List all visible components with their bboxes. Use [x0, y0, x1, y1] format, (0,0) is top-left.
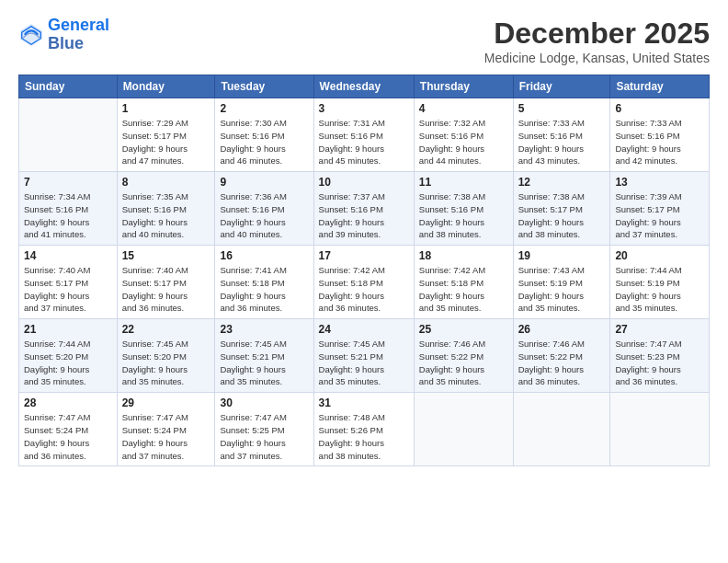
calendar-cell: 20Sunrise: 7:44 AM Sunset: 5:19 PM Dayli… [610, 246, 710, 319]
calendar-cell: 13Sunrise: 7:39 AM Sunset: 5:17 PM Dayli… [610, 172, 710, 246]
day-detail: Sunrise: 7:45 AM Sunset: 5:20 PM Dayligh… [122, 338, 210, 388]
col-tuesday: Tuesday [215, 75, 313, 98]
week-row-1: 1Sunrise: 7:29 AM Sunset: 5:17 PM Daylig… [19, 98, 710, 172]
calendar-cell: 2Sunrise: 7:30 AM Sunset: 5:16 PM Daylig… [215, 98, 313, 172]
day-number: 28 [24, 396, 112, 409]
title-area: December 2025 Medicine Lodge, Kansas, Un… [484, 17, 710, 65]
week-row-2: 7Sunrise: 7:34 AM Sunset: 5:16 PM Daylig… [19, 172, 710, 246]
day-detail: Sunrise: 7:46 AM Sunset: 5:22 PM Dayligh… [518, 338, 606, 388]
day-detail: Sunrise: 7:31 AM Sunset: 5:16 PM Dayligh… [319, 117, 409, 167]
day-number: 22 [122, 323, 210, 336]
calendar-cell: 8Sunrise: 7:35 AM Sunset: 5:16 PM Daylig… [117, 172, 215, 246]
day-number: 4 [419, 102, 508, 115]
header: General Blue December 2025 Medicine Lodg… [18, 17, 710, 65]
calendar-cell: 21Sunrise: 7:44 AM Sunset: 5:20 PM Dayli… [19, 319, 118, 393]
day-detail: Sunrise: 7:47 AM Sunset: 5:25 PM Dayligh… [220, 411, 308, 462]
calendar-cell: 28Sunrise: 7:47 AM Sunset: 5:24 PM Dayli… [19, 393, 118, 466]
calendar-cell [19, 98, 118, 172]
day-number: 2 [220, 102, 308, 115]
calendar-cell: 25Sunrise: 7:46 AM Sunset: 5:22 PM Dayli… [414, 319, 513, 393]
calendar-cell: 6Sunrise: 7:33 AM Sunset: 5:16 PM Daylig… [610, 98, 710, 172]
calendar-cell: 18Sunrise: 7:42 AM Sunset: 5:18 PM Dayli… [414, 246, 513, 319]
day-detail: Sunrise: 7:32 AM Sunset: 5:16 PM Dayligh… [419, 117, 508, 167]
calendar-cell: 15Sunrise: 7:40 AM Sunset: 5:17 PM Dayli… [117, 246, 215, 319]
day-number: 23 [220, 323, 308, 336]
svg-marker-0 [20, 24, 42, 46]
day-detail: Sunrise: 7:42 AM Sunset: 5:18 PM Dayligh… [319, 264, 409, 315]
day-detail: Sunrise: 7:30 AM Sunset: 5:16 PM Dayligh… [220, 117, 308, 167]
day-detail: Sunrise: 7:34 AM Sunset: 5:16 PM Dayligh… [24, 190, 112, 241]
day-number: 14 [24, 249, 112, 262]
calendar-cell: 11Sunrise: 7:38 AM Sunset: 5:16 PM Dayli… [414, 172, 513, 246]
day-detail: Sunrise: 7:40 AM Sunset: 5:17 PM Dayligh… [122, 264, 210, 315]
calendar-cell: 14Sunrise: 7:40 AM Sunset: 5:17 PM Dayli… [19, 246, 118, 319]
calendar-cell [610, 393, 710, 466]
calendar-cell: 9Sunrise: 7:36 AM Sunset: 5:16 PM Daylig… [215, 172, 313, 246]
day-detail: Sunrise: 7:45 AM Sunset: 5:21 PM Dayligh… [220, 338, 308, 388]
day-number: 20 [615, 249, 704, 262]
day-number: 21 [24, 323, 112, 336]
day-detail: Sunrise: 7:47 AM Sunset: 5:23 PM Dayligh… [615, 338, 704, 388]
day-detail: Sunrise: 7:41 AM Sunset: 5:18 PM Dayligh… [220, 264, 308, 315]
calendar-cell: 17Sunrise: 7:42 AM Sunset: 5:18 PM Dayli… [313, 246, 414, 319]
day-number: 9 [220, 176, 308, 189]
day-detail: Sunrise: 7:40 AM Sunset: 5:17 PM Dayligh… [24, 264, 112, 315]
calendar-cell: 5Sunrise: 7:33 AM Sunset: 5:16 PM Daylig… [513, 98, 610, 172]
day-number: 18 [419, 249, 508, 262]
calendar-cell: 27Sunrise: 7:47 AM Sunset: 5:23 PM Dayli… [610, 319, 710, 393]
calendar-cell [513, 393, 610, 466]
calendar-cell: 16Sunrise: 7:41 AM Sunset: 5:18 PM Dayli… [215, 246, 313, 319]
day-number: 6 [615, 102, 704, 115]
day-number: 3 [319, 102, 409, 115]
day-number: 19 [518, 249, 606, 262]
day-number: 7 [24, 176, 112, 189]
col-saturday: Saturday [610, 75, 710, 98]
calendar-body: 1Sunrise: 7:29 AM Sunset: 5:17 PM Daylig… [19, 98, 710, 466]
logo: General Blue [18, 17, 109, 53]
day-detail: Sunrise: 7:39 AM Sunset: 5:17 PM Dayligh… [615, 190, 704, 241]
day-number: 25 [419, 323, 508, 336]
day-number: 5 [518, 102, 606, 115]
week-row-5: 28Sunrise: 7:47 AM Sunset: 5:24 PM Dayli… [19, 393, 710, 466]
calendar-cell: 10Sunrise: 7:37 AM Sunset: 5:16 PM Dayli… [313, 172, 414, 246]
day-detail: Sunrise: 7:37 AM Sunset: 5:16 PM Dayligh… [319, 190, 409, 241]
day-number: 26 [518, 323, 606, 336]
day-detail: Sunrise: 7:47 AM Sunset: 5:24 PM Dayligh… [122, 411, 210, 462]
col-monday: Monday [117, 75, 215, 98]
col-sunday: Sunday [19, 75, 118, 98]
day-number: 11 [419, 176, 508, 189]
col-thursday: Thursday [414, 75, 513, 98]
calendar-cell: 30Sunrise: 7:47 AM Sunset: 5:25 PM Dayli… [215, 393, 313, 466]
day-number: 29 [122, 396, 210, 409]
header-row: Sunday Monday Tuesday Wednesday Thursday… [19, 75, 710, 98]
day-number: 16 [220, 249, 308, 262]
calendar-cell [414, 393, 513, 466]
day-number: 8 [122, 176, 210, 189]
day-detail: Sunrise: 7:38 AM Sunset: 5:17 PM Dayligh… [518, 190, 606, 241]
day-number: 15 [122, 249, 210, 262]
day-number: 12 [518, 176, 606, 189]
day-number: 27 [615, 323, 704, 336]
day-number: 30 [220, 396, 308, 409]
calendar-cell: 24Sunrise: 7:45 AM Sunset: 5:21 PM Dayli… [313, 319, 414, 393]
week-row-4: 21Sunrise: 7:44 AM Sunset: 5:20 PM Dayli… [19, 319, 710, 393]
day-detail: Sunrise: 7:46 AM Sunset: 5:22 PM Dayligh… [419, 338, 508, 388]
month-title: December 2025 [484, 17, 710, 51]
calendar-cell: 12Sunrise: 7:38 AM Sunset: 5:17 PM Dayli… [513, 172, 610, 246]
calendar-cell: 29Sunrise: 7:47 AM Sunset: 5:24 PM Dayli… [117, 393, 215, 466]
col-friday: Friday [513, 75, 610, 98]
day-detail: Sunrise: 7:29 AM Sunset: 5:17 PM Dayligh… [122, 117, 210, 167]
calendar-cell: 19Sunrise: 7:43 AM Sunset: 5:19 PM Dayli… [513, 246, 610, 319]
day-detail: Sunrise: 7:44 AM Sunset: 5:19 PM Dayligh… [615, 264, 704, 315]
day-detail: Sunrise: 7:33 AM Sunset: 5:16 PM Dayligh… [615, 117, 704, 167]
calendar-cell: 31Sunrise: 7:48 AM Sunset: 5:26 PM Dayli… [313, 393, 414, 466]
calendar-table: Sunday Monday Tuesday Wednesday Thursday… [18, 75, 710, 466]
location: Medicine Lodge, Kansas, United States [484, 51, 710, 65]
calendar-cell: 1Sunrise: 7:29 AM Sunset: 5:17 PM Daylig… [117, 98, 215, 172]
day-detail: Sunrise: 7:33 AM Sunset: 5:16 PM Dayligh… [518, 117, 606, 167]
col-wednesday: Wednesday [313, 75, 414, 98]
calendar-cell: 3Sunrise: 7:31 AM Sunset: 5:16 PM Daylig… [313, 98, 414, 172]
day-detail: Sunrise: 7:38 AM Sunset: 5:16 PM Dayligh… [419, 190, 508, 241]
day-detail: Sunrise: 7:48 AM Sunset: 5:26 PM Dayligh… [319, 411, 409, 462]
day-detail: Sunrise: 7:35 AM Sunset: 5:16 PM Dayligh… [122, 190, 210, 241]
